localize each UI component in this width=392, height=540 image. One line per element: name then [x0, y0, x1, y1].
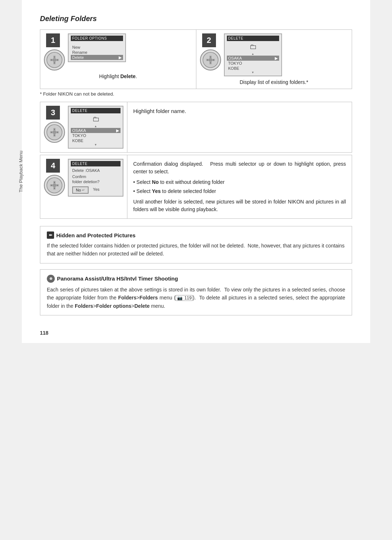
step-4-option-yes: Yes	[91, 186, 102, 194]
step-1-item-rename: Rename	[71, 50, 123, 55]
footnote: * Folder NIKON can not be deleted.	[40, 91, 352, 97]
page-number: 118	[40, 330, 48, 336]
step-4-row: 4	[40, 155, 352, 219]
pencil-icon: ✏	[47, 231, 54, 239]
side-label: The Playback Menu	[18, 151, 24, 193]
hidden-pictures-title: ✏ Hidden and Protected Pictures	[47, 231, 345, 239]
step-4-screen: DELETE Delete :OSAKA Confirm folder dele…	[68, 159, 123, 197]
step-4-screen-header: DELETE	[71, 161, 121, 166]
step-3-camera-icon	[44, 122, 65, 143]
step-1-item-delete: Delete ▶	[71, 55, 123, 60]
step-1-screen-header: FOLDER OPTIONS	[71, 36, 123, 41]
svg-point-35	[53, 184, 56, 187]
panorama-body: Each series of pictures taken at the abo…	[47, 286, 345, 310]
panorama-title: ⊕ Panorama Assist/Ultra HS/Intvl Timer S…	[47, 275, 345, 283]
step-3-item-osaka: OSAKA ▶	[71, 128, 121, 133]
step-3-item-kobe: KOBE	[71, 138, 121, 143]
step-1-camera-icon	[44, 49, 65, 70]
step-4-dialog-line3: folder deletion?	[71, 179, 121, 184]
step-1-screen: FOLDER OPTIONS New Rename Delete ▶	[68, 33, 126, 62]
step-1-caption: Highlight Delete.	[44, 73, 192, 79]
step-2-arrow-down: ▼	[227, 71, 279, 74]
step-4-dialog-line1: Delete :OSAKA	[71, 168, 121, 173]
step-2-item-tokyo: TOKYO	[227, 61, 279, 66]
step-4-dialog-line2: Confirm	[71, 174, 121, 179]
step-1-item-new: New	[71, 45, 123, 50]
step-2-item-kobe: KOBE	[227, 66, 279, 71]
step-2-screen-header: DELETE	[227, 36, 279, 41]
step-4-number: 4	[46, 159, 60, 173]
step-2-camera-icon	[200, 49, 221, 70]
step-3-screen: DELETE 🗀 ▲ OSAKA ▶ TOKYO KOBE ▼	[68, 106, 123, 149]
svg-point-15	[209, 58, 212, 62]
step-3-folder-icon: 🗀	[71, 115, 121, 123]
step-2-item-osaka: OSAKA ▶	[227, 56, 279, 61]
step-2-caption: Display list of existing folders.*	[200, 79, 348, 85]
step-3-row: 3	[40, 102, 352, 153]
step-2-folder-icon: 🗀	[227, 43, 279, 51]
panorama-icon: ⊕	[47, 275, 55, 283]
step-3-arrow-up: ▲	[71, 125, 121, 128]
step-1-number: 1	[46, 33, 60, 47]
page-title: Deleting Folders	[40, 15, 352, 23]
step-4-option-no: No ↵	[72, 186, 89, 194]
step-3-number: 3	[46, 106, 60, 120]
svg-point-25	[53, 130, 56, 134]
step-3-arrow-down: ▼	[71, 143, 121, 146]
hidden-pictures-body: If the selected folder contains hidden o…	[47, 242, 345, 258]
step-3-item-tokyo: TOKYO	[71, 133, 121, 138]
step-4-left: 4	[40, 155, 127, 218]
step-3-caption: Highlight folder name.	[127, 102, 352, 152]
svg-point-5	[53, 58, 56, 62]
step-4-description: Confirmation dialog displayed. Press mul…	[127, 155, 352, 218]
step-4-camera-icon	[44, 175, 65, 196]
hidden-pictures-section: ✏ Hidden and Protected Pictures If the s…	[40, 226, 352, 263]
step-2-screen: DELETE 🗀 ▲ OSAKA ▶ TOKYO KOBE ▼	[224, 33, 282, 76]
step-3-screen-header: DELETE	[71, 108, 121, 113]
step-1-block: 1	[40, 29, 196, 89]
step-2-number: 2	[202, 33, 216, 47]
step-2-block: 2	[196, 29, 352, 89]
panorama-section: ⊕ Panorama Assist/Ultra HS/Intvl Timer S…	[40, 269, 352, 315]
step-3-left: 3	[40, 102, 127, 152]
step-2-arrow-up: ▲	[227, 52, 279, 56]
steps-top-row: 1	[40, 29, 352, 89]
